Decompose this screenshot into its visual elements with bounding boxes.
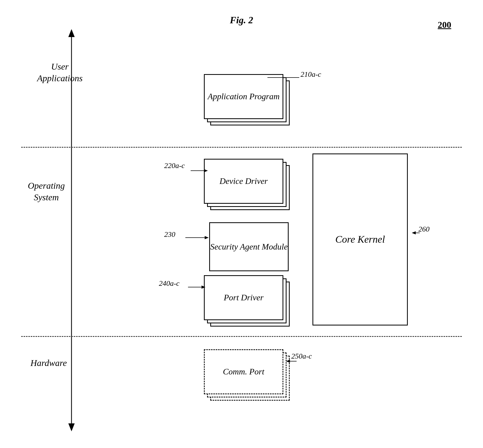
port-driver-pages: Port Driver: [204, 275, 291, 327]
ref-210-arrow: [265, 74, 303, 82]
comm-port-label: Comm. Port: [223, 366, 264, 377]
security-agent-label: Security Agent Module: [210, 241, 288, 252]
device-driver-pages: Device Driver: [204, 159, 291, 210]
ref-230-arrow: [185, 235, 213, 240]
port-driver-page-front: Port Driver: [204, 275, 283, 320]
ref-220-arrow: [191, 168, 208, 173]
core-kernel-label: Core Kernel: [335, 233, 385, 246]
ref-200: 200: [438, 20, 451, 30]
figure-title: Fig. 2: [230, 15, 253, 26]
security-agent-box: Security Agent Module: [209, 222, 289, 271]
separator-line-2: [21, 336, 462, 337]
svg-marker-13: [286, 360, 290, 363]
svg-marker-7: [205, 236, 209, 239]
comm-port-page-front: Comm. Port: [204, 349, 283, 394]
app-program-pages: Application Program: [204, 74, 291, 126]
ref-250-arrow: [286, 359, 299, 364]
port-driver-stack: Port Driver: [204, 275, 291, 327]
ref-220: 220a-c: [164, 161, 185, 170]
ref-240-arrow: [188, 284, 207, 290]
label-operating-system: OperatingSystem: [28, 180, 65, 203]
ref-240: 240a-c: [159, 279, 180, 288]
svg-marker-9: [202, 286, 205, 289]
ref-230: 230: [164, 230, 175, 239]
device-driver-page-front: Device Driver: [204, 159, 283, 204]
device-driver-stack: Device Driver: [204, 159, 291, 210]
app-program-label: Application Program: [208, 91, 280, 102]
label-hardware: Hardware: [30, 357, 67, 369]
svg-marker-11: [412, 231, 416, 234]
port-driver-label: Port Driver: [224, 292, 263, 303]
core-kernel-box: Core Kernel: [312, 153, 408, 325]
device-driver-label: Device Driver: [220, 176, 268, 187]
diagram: Fig. 2 200 UserApplications OperatingSys…: [0, 0, 483, 448]
comm-port-pages: Comm. Port: [204, 349, 291, 401]
svg-marker-5: [204, 169, 208, 172]
comm-port-stack: Comm. Port: [204, 349, 291, 401]
svg-marker-1: [68, 29, 75, 37]
security-agent-inner: Security Agent Module: [209, 222, 289, 271]
ref-210: 210a-c: [301, 70, 321, 79]
ref-260-arrow: [412, 230, 422, 236]
main-vertical-arrow: [64, 29, 79, 431]
core-kernel-inner: Core Kernel: [312, 153, 408, 325]
svg-marker-2: [68, 423, 75, 431]
application-program-stack: Application Program: [204, 74, 291, 126]
label-user-applications: UserApplications: [37, 61, 83, 84]
separator-line-1: [21, 147, 462, 148]
